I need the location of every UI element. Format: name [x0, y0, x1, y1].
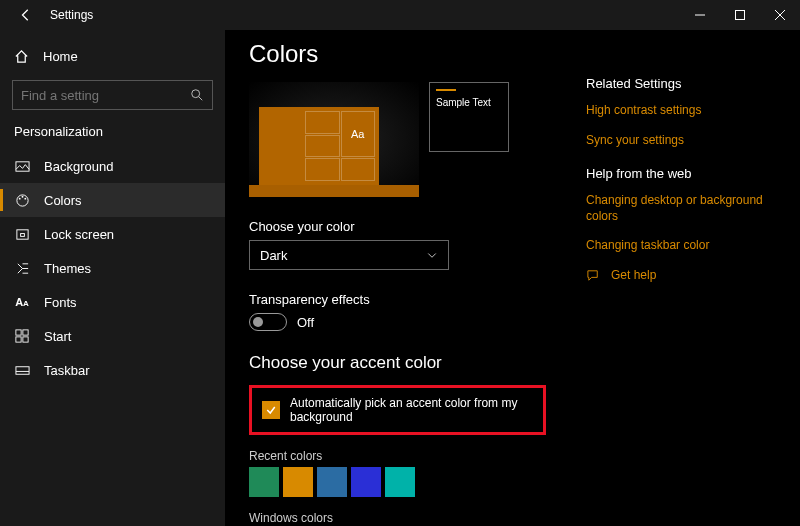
auto-pick-label: Automatically pick an accent color from …	[290, 396, 533, 424]
preview-aa: Aa	[341, 111, 376, 157]
related-heading: Related Settings	[586, 76, 776, 91]
palette-icon	[14, 193, 30, 208]
lock-icon	[14, 227, 30, 242]
maximize-button[interactable]	[720, 0, 760, 30]
recent-color-swatch[interactable]	[249, 467, 279, 497]
sidebar: Home Personalization Background Colors L…	[0, 30, 225, 526]
recent-color-swatch[interactable]	[385, 467, 415, 497]
transparency-label: Transparency effects	[249, 292, 546, 307]
window-title: Settings	[50, 8, 93, 22]
home-nav[interactable]: Home	[0, 38, 225, 74]
auto-pick-accent-row: Automatically pick an accent color from …	[249, 385, 546, 435]
taskbar-icon	[14, 363, 30, 378]
auto-pick-checkbox[interactable]	[262, 401, 280, 419]
back-button[interactable]	[16, 8, 36, 22]
picture-icon	[14, 159, 30, 174]
transparency-toggle[interactable]	[249, 313, 287, 331]
minimize-button[interactable]	[680, 0, 720, 30]
choose-color-value: Dark	[260, 248, 287, 263]
maximize-icon	[735, 10, 745, 20]
help-link[interactable]: Changing desktop or background colors	[586, 193, 776, 224]
choose-color-label: Choose your color	[249, 219, 546, 234]
category-header: Personalization	[0, 120, 225, 149]
page-title: Colors	[249, 40, 546, 68]
sidebar-item-label: Start	[44, 329, 71, 344]
sidebar-item-label: Colors	[44, 193, 82, 208]
svg-point-6	[18, 197, 20, 199]
sidebar-item-label: Background	[44, 159, 113, 174]
search-field[interactable]	[21, 88, 190, 103]
svg-rect-14	[23, 337, 28, 342]
transparency-state: Off	[297, 315, 314, 330]
svg-rect-15	[15, 366, 28, 374]
accent-heading: Choose your accent color	[249, 353, 546, 373]
get-help-link[interactable]: Get help	[586, 268, 776, 283]
sidebar-item-themes[interactable]: Themes	[0, 251, 225, 285]
sidebar-item-label: Taskbar	[44, 363, 90, 378]
preview-window: Sample Text	[429, 82, 509, 152]
close-icon	[775, 10, 785, 20]
sidebar-item-start[interactable]: Start	[0, 319, 225, 353]
preview-sample-text: Sample Text	[436, 97, 502, 108]
color-preview: Aa Sample Text	[249, 82, 546, 197]
sidebar-item-background[interactable]: Background	[0, 149, 225, 183]
search-input[interactable]	[12, 80, 213, 110]
search-icon	[190, 88, 204, 102]
chevron-down-icon	[426, 249, 438, 261]
svg-rect-12	[23, 330, 28, 335]
chat-icon	[586, 268, 601, 283]
recent-color-swatch[interactable]	[317, 467, 347, 497]
sidebar-item-colors[interactable]: Colors	[0, 183, 225, 217]
sidebar-item-label: Fonts	[44, 295, 77, 310]
sidebar-item-fonts[interactable]: AA Fonts	[0, 285, 225, 319]
home-label: Home	[43, 49, 78, 64]
svg-rect-11	[16, 330, 21, 335]
related-sidebar: Related Settings High contrast settings …	[586, 40, 776, 526]
fonts-icon: AA	[14, 296, 30, 308]
svg-point-7	[21, 195, 23, 197]
recent-colors	[249, 467, 546, 497]
sidebar-item-label: Themes	[44, 261, 91, 276]
close-button[interactable]	[760, 0, 800, 30]
themes-icon	[14, 261, 30, 276]
windows-colors-label: Windows colors	[249, 511, 546, 525]
sidebar-item-label: Lock screen	[44, 227, 114, 242]
svg-rect-13	[16, 337, 21, 342]
related-link[interactable]: High contrast settings	[586, 103, 776, 119]
preview-taskbar	[249, 185, 419, 197]
sidebar-item-lockscreen[interactable]: Lock screen	[0, 217, 225, 251]
start-icon	[14, 329, 30, 343]
svg-rect-9	[16, 229, 27, 238]
recent-colors-label: Recent colors	[249, 449, 546, 463]
get-help-label: Get help	[611, 268, 656, 282]
sidebar-item-taskbar[interactable]: Taskbar	[0, 353, 225, 387]
recent-color-swatch[interactable]	[283, 467, 313, 497]
svg-point-8	[24, 197, 26, 199]
related-link[interactable]: Sync your settings	[586, 133, 776, 149]
check-icon	[265, 404, 277, 416]
help-heading: Help from the web	[586, 166, 776, 181]
svg-line-3	[199, 97, 203, 101]
preview-desktop: Aa	[249, 82, 419, 197]
svg-rect-10	[20, 233, 24, 236]
preview-start-menu: Aa	[259, 107, 379, 197]
help-link[interactable]: Changing taskbar color	[586, 238, 776, 254]
arrow-left-icon	[19, 8, 33, 22]
minimize-icon	[695, 10, 705, 20]
svg-point-2	[192, 90, 200, 98]
svg-rect-1	[736, 11, 745, 20]
recent-color-swatch[interactable]	[351, 467, 381, 497]
home-icon	[14, 49, 29, 64]
choose-color-dropdown[interactable]: Dark	[249, 240, 449, 270]
